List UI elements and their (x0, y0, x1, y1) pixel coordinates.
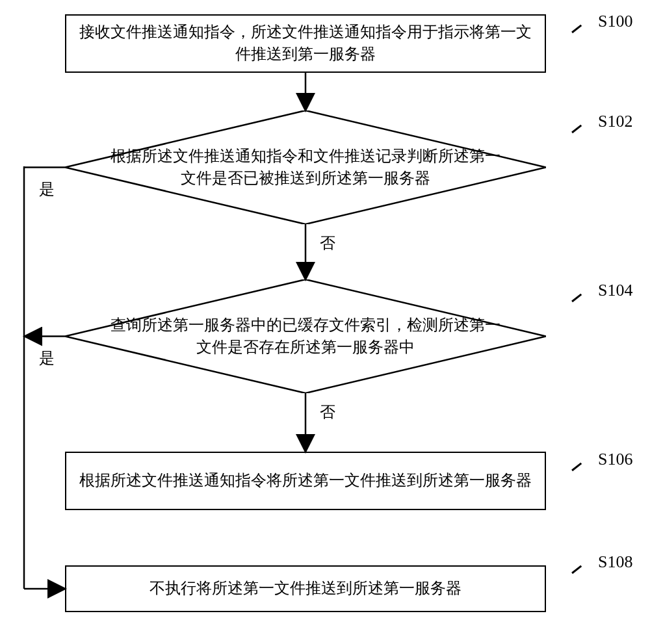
process-s108-text: 不执行将所述第一文件推送到所述第一服务器 (150, 578, 462, 600)
step-label-s104: S104 (598, 281, 632, 300)
process-s100-text: 接收文件推送通知指令，所述文件推送通知指令用于指示将第一文件推送到第一服务器 (79, 21, 532, 65)
step-label-s100: S100 (598, 12, 632, 31)
decision-s104: 查询所述第一服务器中的已缓存文件索引，检测所述第一文件是否存在所述第一服务器中 (65, 279, 546, 393)
tick-s100 (571, 25, 582, 33)
process-s108: 不执行将所述第一文件推送到所述第一服务器 (65, 565, 546, 612)
edge-label-s102-no: 否 (320, 233, 335, 253)
decision-s102: 根据所述文件推送通知指令和文件推送记录判断所述第一文件是否已被推送到所述第一服务… (65, 110, 546, 224)
process-s100: 接收文件推送通知指令，所述文件推送通知指令用于指示将第一文件推送到第一服务器 (65, 14, 546, 73)
process-s106-text: 根据所述文件推送通知指令将所述第一文件推送到所述第一服务器 (79, 470, 532, 492)
decision-s104-text: 查询所述第一服务器中的已缓存文件索引，检测所述第一文件是否存在所述第一服务器中 (110, 315, 500, 358)
tick-s104 (571, 294, 582, 302)
edge-label-s104-yes: 是 (39, 348, 55, 368)
tick-s106 (571, 463, 582, 471)
edge-label-s102-yes: 是 (39, 179, 55, 200)
tick-s102 (571, 125, 582, 133)
step-label-s102: S102 (598, 112, 632, 131)
process-s106: 根据所述文件推送通知指令将所述第一文件推送到所述第一服务器 (65, 452, 546, 510)
step-label-s106: S106 (598, 450, 632, 469)
edge-label-s104-no: 否 (320, 402, 335, 422)
step-label-s108: S108 (598, 552, 632, 572)
tick-s108 (571, 565, 582, 574)
decision-s102-text: 根据所述文件推送通知指令和文件推送记录判断所述第一文件是否已被推送到所述第一服务… (110, 146, 500, 189)
